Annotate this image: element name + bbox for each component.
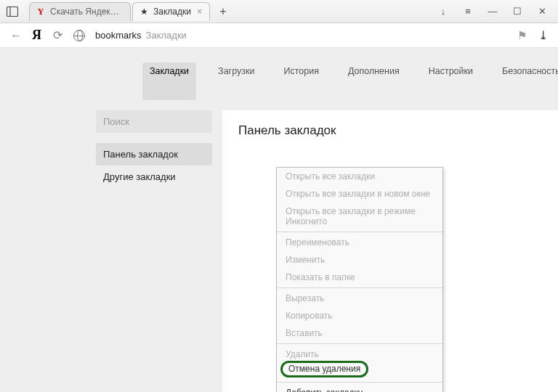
menu-icon[interactable]: ≡ bbox=[462, 6, 474, 17]
folder-list: Панель закладокДругие закладки bbox=[96, 143, 212, 188]
context-menu-item: Открыть все закладки bbox=[277, 168, 442, 185]
yandex-logo[interactable]: Я bbox=[32, 28, 41, 43]
folder-item[interactable]: Панель закладок bbox=[96, 143, 212, 166]
star-icon: ★ bbox=[139, 7, 149, 17]
downloads-icon[interactable]: ↓ bbox=[437, 6, 449, 17]
close-window-button[interactable]: ✕ bbox=[536, 6, 548, 17]
maximize-button[interactable]: ☐ bbox=[512, 6, 523, 17]
topnav-item[interactable]: Загрузки bbox=[211, 62, 262, 100]
tab-label: Закладки bbox=[153, 7, 191, 17]
back-button[interactable]: ← bbox=[10, 29, 22, 42]
undo-delete-highlight[interactable]: Отмена удаления bbox=[280, 361, 368, 377]
tab-strip: Y Скачать Яндекс.Браузер д ★ Закладки × … bbox=[0, 0, 558, 23]
folder-item[interactable]: Другие закладки bbox=[96, 166, 212, 188]
tab-bookmarks[interactable]: ★ Закладки × bbox=[132, 2, 210, 21]
address-path: Закладки bbox=[146, 30, 187, 41]
settings-topnav: ЗакладкиЗагрузкиИсторияДополненияНастрой… bbox=[0, 62, 558, 110]
context-menu-separator bbox=[277, 343, 442, 344]
address-host: bookmarks bbox=[95, 30, 142, 41]
window-controls: ↓ ≡ — ☐ ✕ bbox=[437, 6, 554, 17]
context-menu-item: Показать в папке bbox=[277, 269, 442, 286]
globe-icon bbox=[73, 30, 85, 41]
context-menu-item: Вырезать bbox=[277, 290, 442, 307]
context-menu-item[interactable]: Добавить закладку bbox=[277, 384, 442, 392]
tab-label: Скачать Яндекс.Браузер д bbox=[50, 7, 123, 17]
topnav-item[interactable]: Закладки bbox=[142, 62, 196, 100]
panel-toggle-button[interactable] bbox=[4, 4, 20, 20]
yandex-favicon: Y bbox=[36, 7, 46, 17]
context-menu-item: Вставить bbox=[277, 324, 442, 342]
context-menu-separator bbox=[277, 382, 442, 383]
new-tab-button[interactable]: + bbox=[214, 3, 232, 20]
search-input[interactable]: Поиск bbox=[96, 110, 212, 133]
bookmark-page-icon[interactable]: ⚑ bbox=[517, 29, 527, 42]
context-menu-item: Открыть все закладки в режиме Инкогнито bbox=[277, 203, 442, 230]
bookmarks-sidebar: Поиск Панель закладокДругие закладки bbox=[96, 110, 212, 392]
download-icon[interactable]: ⤓ bbox=[538, 28, 548, 42]
context-menu-item: Открыть все закладки в новом окне bbox=[277, 185, 442, 203]
context-menu-separator bbox=[277, 287, 442, 288]
page-title: Панель закладок bbox=[238, 123, 542, 138]
address-bar: ← Я ⟳ bookmarks Закладки ⚑ ⤓ bbox=[0, 23, 558, 48]
topnav-item[interactable]: Настройки bbox=[421, 62, 480, 100]
context-menu-separator bbox=[277, 232, 442, 232]
reload-button[interactable]: ⟳ bbox=[52, 28, 63, 42]
context-menu-item: Копировать bbox=[277, 307, 442, 324]
topnav-item[interactable]: Безопасность bbox=[495, 62, 558, 100]
context-menu-item: Изменить bbox=[277, 251, 442, 269]
minimize-button[interactable]: — bbox=[487, 6, 498, 17]
context-menu: Открыть все закладкиОткрыть все закладки… bbox=[276, 167, 443, 392]
address-text[interactable]: bookmarks Закладки bbox=[95, 30, 187, 41]
close-tab-icon[interactable]: × bbox=[197, 7, 202, 17]
svg-rect-0 bbox=[7, 7, 18, 16]
tab-yandex-download[interactable]: Y Скачать Яндекс.Браузер д bbox=[29, 2, 131, 21]
topnav-item[interactable]: История bbox=[276, 62, 326, 100]
context-menu-item: Переименовать bbox=[277, 234, 442, 251]
topnav-item[interactable]: Дополнения bbox=[341, 62, 407, 100]
